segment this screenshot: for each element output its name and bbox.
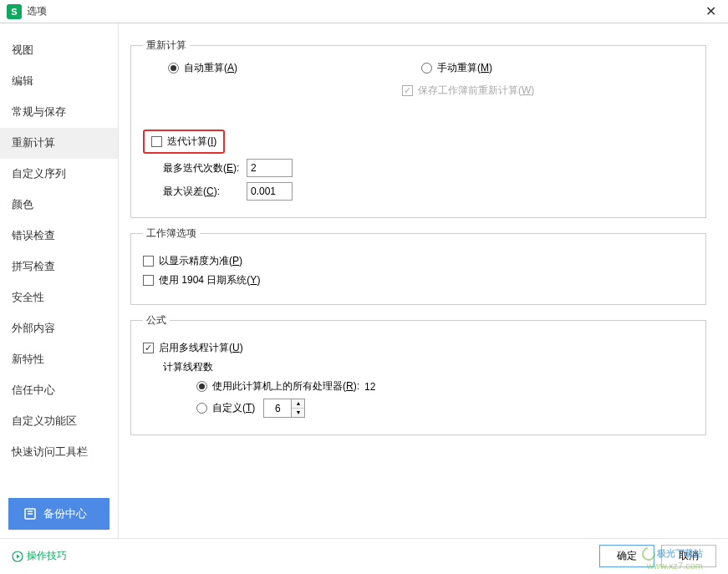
max-iterations-label: 最多迭代次数(E): [163, 161, 247, 175]
sidebar-item-trust-center[interactable]: 信任中心 [0, 375, 118, 406]
titlebar: S 选项 ✕ [0, 0, 728, 23]
auto-recalc-radio[interactable]: 自动重算(A) [168, 61, 237, 75]
sidebar-item-customize-ribbon[interactable]: 自定义功能区 [0, 406, 118, 437]
radio-icon [196, 403, 207, 414]
all-processors-radio[interactable]: 使用此计算机上的所有处理器(R): [196, 379, 359, 394]
sidebar: 视图 编辑 常规与保存 重新计算 自定义序列 颜色 错误检查 拼写检查 安全性 … [0, 23, 119, 538]
content-panel: 重新计算 自动重算(A) 手动重算(M) 保存工作簿前重新计算(W) [119, 23, 728, 538]
sidebar-item-quick-access[interactable]: 快速访问工具栏 [0, 437, 118, 468]
checkbox-icon [151, 136, 162, 147]
window-title: 选项 [27, 4, 700, 18]
spinner-up-icon[interactable]: ▲ [292, 399, 304, 409]
sidebar-item-view[interactable]: 视图 [0, 35, 118, 66]
sidebar-item-recalculate[interactable]: 重新计算 [0, 128, 118, 159]
workbook-options-group: 工作簿选项 以显示精度为准(P) 使用 1904 日期系统(Y) [130, 226, 706, 305]
sidebar-item-security[interactable]: 安全性 [0, 282, 118, 313]
ok-button[interactable]: 确定 [599, 545, 654, 567]
recalculate-legend: 重新计算 [143, 38, 190, 53]
app-icon: S [7, 4, 22, 19]
formula-legend: 公式 [143, 313, 170, 328]
sidebar-item-error-check[interactable]: 错误检查 [0, 221, 118, 251]
iterative-calc-checkbox[interactable]: 迭代计算(I) [151, 135, 216, 149]
sidebar-item-external-content[interactable]: 外部内容 [0, 313, 118, 344]
sidebar-item-color[interactable]: 颜色 [0, 190, 118, 221]
radio-icon [168, 63, 179, 74]
sidebar-item-custom-lists[interactable]: 自定义序列 [0, 159, 118, 190]
sidebar-item-edit[interactable]: 编辑 [0, 66, 118, 97]
formula-group: 公式 启用多线程计算(U) 计算线程数 使用此计算机上的所有处理器(R): 12 [130, 313, 706, 435]
max-diff-input[interactable] [247, 182, 293, 201]
max-iterations-input[interactable] [247, 159, 293, 177]
sidebar-item-general-save[interactable]: 常规与保存 [0, 97, 118, 128]
save-before-recalc-checkbox: 保存工作簿前重新计算(W) [402, 84, 534, 98]
main-area: 视图 编辑 常规与保存 重新计算 自定义序列 颜色 错误检查 拼写检查 安全性 … [0, 23, 728, 538]
radio-icon [196, 381, 207, 392]
play-icon [12, 551, 23, 562]
tips-link[interactable]: 操作技巧 [12, 549, 67, 563]
iterative-calc-highlight: 迭代计算(I) [143, 130, 225, 154]
processor-count-value: 12 [364, 381, 375, 393]
thread-count-label: 计算线程数 [163, 360, 213, 374]
sidebar-item-spell-check[interactable]: 拼写检查 [0, 251, 118, 282]
recalculate-group: 重新计算 自动重算(A) 手动重算(M) 保存工作簿前重新计算(W) [130, 38, 706, 218]
checkbox-icon [143, 275, 154, 286]
date-1904-checkbox[interactable]: 使用 1904 日期系统(Y) [143, 273, 260, 287]
manual-recalc-radio[interactable]: 手动重算(M) [421, 61, 492, 75]
checkbox-icon [143, 343, 154, 353]
backup-center-button[interactable]: 备份中心 [8, 498, 109, 530]
backup-icon [23, 507, 37, 521]
checkbox-icon [143, 256, 154, 267]
max-diff-label: 最大误差(C): [163, 185, 247, 199]
workbook-options-legend: 工作簿选项 [143, 226, 200, 241]
checkbox-icon [402, 85, 413, 96]
custom-threads-spinner[interactable]: ▲ ▼ [263, 399, 305, 418]
tips-label: 操作技巧 [27, 549, 67, 563]
sidebar-item-new-features[interactable]: 新特性 [0, 344, 118, 375]
radio-icon [421, 63, 432, 74]
custom-threads-radio[interactable]: 自定义(T) [196, 401, 255, 415]
footer: 操作技巧 确定 取消 极光下载站 www.xz7.com [0, 538, 728, 573]
cancel-button[interactable]: 取消 [661, 545, 716, 567]
multithread-checkbox[interactable]: 启用多线程计算(U) [143, 341, 243, 355]
precision-as-displayed-checkbox[interactable]: 以显示精度为准(P) [143, 254, 242, 268]
custom-threads-input[interactable] [264, 399, 291, 417]
spinner-down-icon[interactable]: ▼ [292, 409, 304, 417]
close-icon[interactable]: ✕ [700, 3, 721, 19]
backup-label: 备份中心 [43, 506, 87, 521]
